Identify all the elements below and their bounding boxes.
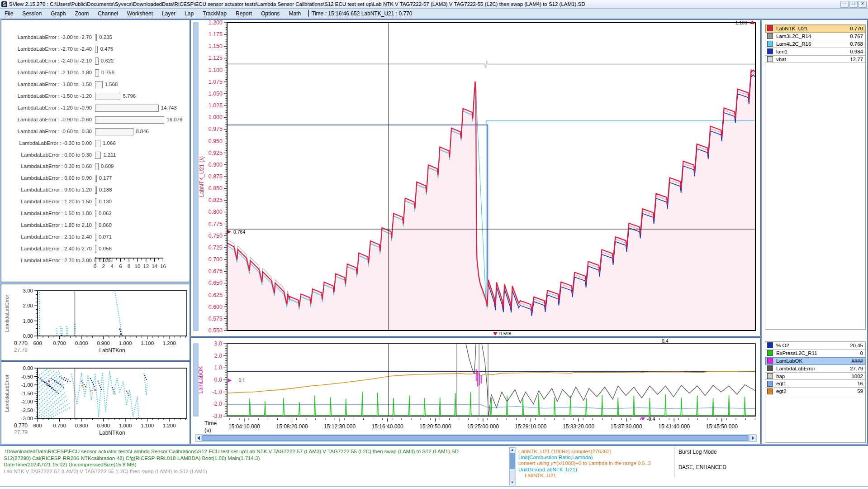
svg-text:0.00: 0.00 bbox=[23, 365, 33, 371]
menu-item-lap[interactable]: Lap bbox=[180, 10, 198, 18]
svg-text:0.770: 0.770 bbox=[14, 422, 28, 429]
svg-text:-3.0: -3.0 bbox=[212, 413, 222, 419]
histogram-bin-label: LambdaLabError : -0.60 to -0.30 bbox=[1, 129, 92, 134]
histogram-bin-value: 1.211 bbox=[103, 152, 116, 158]
legend-row-vbat[interactable]: vbat12.77 bbox=[765, 56, 865, 63]
minimize-button[interactable]: — bbox=[840, 1, 849, 8]
legend-row-egt1[interactable]: egt116 bbox=[765, 380, 865, 388]
histogram-row: LambdaLabError : 1.80 to 2.100.060 bbox=[1, 220, 190, 231]
menu-item-report[interactable]: Report bbox=[231, 10, 256, 18]
legend-row-bap[interactable]: bap1002 bbox=[765, 373, 865, 380]
legend-row-expressl2c-r11[interactable]: ExPressL2C_R110 bbox=[765, 350, 865, 357]
svg-text:15:12:30.000: 15:12:30.000 bbox=[324, 423, 356, 430]
svg-text:-2.00: -2.00 bbox=[21, 399, 33, 404]
cursor-time-status: Time : 15:16:46.652 LabNTK_U21 : 0.770 bbox=[312, 10, 412, 17]
scrollbar-thumb[interactable] bbox=[510, 453, 515, 469]
channel-name: egt2 bbox=[776, 388, 857, 394]
svg-text:1.103: 1.103 bbox=[735, 20, 747, 25]
histogram-bin-value: 0.060 bbox=[99, 222, 112, 228]
menu-item-graph[interactable]: Graph bbox=[46, 10, 70, 18]
svg-text:0.800: 0.800 bbox=[75, 423, 88, 428]
svg-text:0.770: 0.770 bbox=[14, 340, 28, 346]
channel-name: egt1 bbox=[776, 381, 857, 386]
svg-text:12: 12 bbox=[143, 264, 149, 269]
histogram-bin-label: LambdaLabError : -2.40 to -2.10 bbox=[1, 58, 92, 63]
svg-text:4: 4 bbox=[110, 264, 114, 269]
svg-text:15:33:20.000: 15:33:20.000 bbox=[563, 423, 594, 430]
channel-info-scrollbar[interactable]: ▲ ▼ bbox=[509, 447, 516, 485]
svg-text:16: 16 bbox=[160, 264, 166, 269]
scroll-down-icon[interactable]: ▼ bbox=[510, 480, 515, 485]
channel-color-swatch bbox=[767, 56, 773, 62]
legend-row-lambdalaberror[interactable]: LambdaLabError27.79 bbox=[765, 365, 865, 373]
menu-item-options[interactable]: Options bbox=[256, 10, 284, 18]
svg-text:-1.50: -1.50 bbox=[21, 391, 33, 396]
menu-item-session[interactable]: Session bbox=[18, 10, 46, 18]
menu-item-file[interactable]: File bbox=[0, 10, 18, 18]
svg-text:1.125: 1.125 bbox=[209, 55, 223, 61]
svg-text:0.975: 0.975 bbox=[209, 126, 223, 132]
log-mode-line: BASE, ENHANCED bbox=[678, 464, 726, 470]
close-button[interactable]: ✕ bbox=[859, 1, 867, 8]
restore-button[interactable]: ❐ bbox=[849, 1, 858, 8]
menu-item-zoom[interactable]: Zoom bbox=[70, 10, 93, 18]
svg-text:0.700: 0.700 bbox=[53, 340, 66, 346]
histogram-row: LambdaLabError : -2.40 to -2.100.622 bbox=[1, 55, 190, 67]
svg-text:15:04:10.000: 15:04:10.000 bbox=[228, 423, 260, 430]
channel-name: lam1 bbox=[776, 49, 850, 54]
title-bar: S SView 2.15.270 : C:\Users\Public\Docum… bbox=[0, 0, 868, 9]
histogram-bar bbox=[95, 152, 101, 159]
histogram-bin-value: 0.177 bbox=[99, 175, 112, 181]
channel-value: 1002 bbox=[851, 374, 865, 379]
channel-color-swatch bbox=[767, 388, 773, 394]
channel-value: 20.45 bbox=[850, 343, 865, 348]
histogram-row: LambdaLabError : -0.30 to 0.001.066 bbox=[1, 138, 190, 149]
main-lambda-chart[interactable]: 0.5500.5750.6000.6250.6500.6750.7000.725… bbox=[191, 20, 759, 335]
scatter-top-chart[interactable]: 3.002.001.000.006000.7000.8000.9001.0001… bbox=[1, 284, 189, 359]
channel-value: #### bbox=[851, 358, 865, 364]
svg-text:-0.1: -0.1 bbox=[237, 378, 245, 383]
menu-item-layer[interactable]: Layer bbox=[157, 10, 180, 18]
histogram-bin-value: 0.188 bbox=[99, 187, 112, 192]
menu-separator bbox=[308, 10, 309, 17]
legend-row-lam1[interactable]: lam10.984 bbox=[765, 48, 865, 56]
svg-text:LabNTKon: LabNTKon bbox=[99, 430, 125, 436]
legend-row-labntk-u21[interactable]: LabNTK_U210.770 bbox=[765, 25, 865, 33]
histogram-row: LambdaLabError : 1.50 to 1.800.062 bbox=[1, 208, 190, 220]
histogram-bin-label: LambdaLabError : 0.30 to 0.60 bbox=[1, 163, 92, 169]
svg-text:0.725: 0.725 bbox=[209, 244, 223, 251]
svg-text:1.200: 1.200 bbox=[163, 423, 176, 428]
svg-text:1.100: 1.100 bbox=[141, 340, 154, 346]
legend-row-egt2[interactable]: egt259 bbox=[765, 388, 865, 395]
svg-text:27.79: 27.79 bbox=[14, 429, 28, 436]
legend-row-lamlabok[interactable]: LamLabOK#### bbox=[765, 357, 865, 365]
menu-item-worksheet[interactable]: Worksheet bbox=[123, 10, 157, 18]
channel-color-swatch bbox=[767, 342, 773, 348]
file-info-line: Lab NTK V TAG7222-57 (LAM3) V TAG7222-55… bbox=[4, 469, 207, 474]
channel-value: 0.984 bbox=[850, 49, 865, 54]
channel-value: 12.77 bbox=[850, 57, 865, 62]
histogram-bin-label: LambdaLabError : -0.30 to 0.00 bbox=[1, 140, 92, 146]
histogram-row: LambdaLabError : 2.10 to 2.400.071 bbox=[1, 231, 190, 243]
svg-text:1.175: 1.175 bbox=[209, 31, 223, 38]
legend-row-lam4l2c-r16[interactable]: Lam4L2C_R160.768 bbox=[765, 40, 865, 48]
menu-item-trackmap[interactable]: TrackMap bbox=[198, 10, 231, 18]
scroll-up-icon[interactable]: ▲ bbox=[510, 448, 515, 452]
menu-item-channel[interactable]: Channel bbox=[93, 10, 123, 18]
svg-text:LamLabOK: LamLabOK bbox=[198, 366, 204, 394]
histogram-bin-label: LambdaLabError : 1.50 to 1.80 bbox=[1, 211, 92, 216]
histogram-bar bbox=[95, 210, 96, 217]
histogram-row: LambdaLabError : 0.60 to 0.900.177 bbox=[1, 173, 190, 184]
lamlabok-chart[interactable]: -3.0-2.0-1.00.01.02.03.0LamLabOK15:04:10… bbox=[191, 338, 759, 443]
svg-text:LambdaLabError: LambdaLabError bbox=[4, 294, 9, 332]
svg-text:Time: Time bbox=[204, 420, 217, 427]
histogram-bin-value: 0.071 bbox=[99, 234, 112, 240]
scatter-bottom-chart[interactable]: 0.00-0.50-1.00-1.50-2.00-2.50-3.006000.7… bbox=[1, 362, 189, 443]
menu-item-math[interactable]: Math bbox=[284, 10, 305, 18]
strip-divider bbox=[674, 447, 674, 477]
legend-row-lam3l2c-r14[interactable]: Lam3L2C_R140.767 bbox=[765, 33, 865, 40]
histogram-row: LambdaLabError : -2.70 to -2.400.475 bbox=[1, 43, 190, 55]
legend-row--o2[interactable]: % O220.45 bbox=[765, 342, 865, 350]
svg-text:1.000: 1.000 bbox=[209, 114, 223, 120]
menu-bar: FileSessionGraphZoomChannelWorksheetLaye… bbox=[0, 9, 868, 18]
